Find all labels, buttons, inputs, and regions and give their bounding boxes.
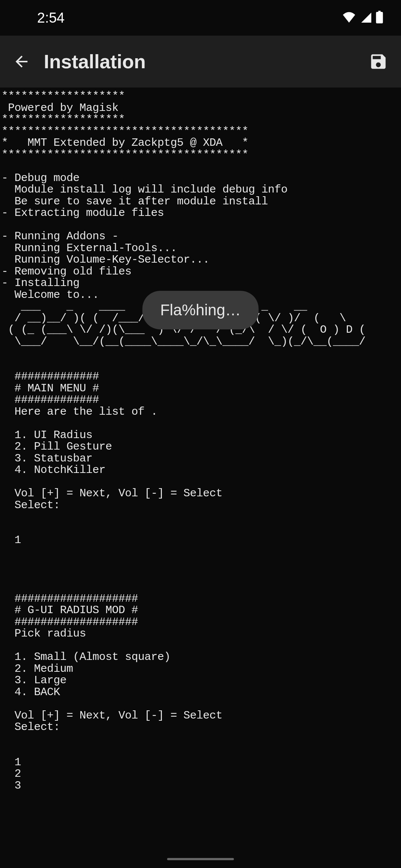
battery-icon xyxy=(376,11,383,25)
back-button[interactable] xyxy=(11,51,32,72)
status-time: 2:54 xyxy=(37,10,65,26)
toast-flashing: Fla%hing… xyxy=(142,291,258,329)
nav-bar xyxy=(0,850,401,868)
status-bar: 2:54 xyxy=(0,0,401,36)
save-button[interactable] xyxy=(367,50,390,73)
signal-icon xyxy=(360,11,371,24)
status-icons xyxy=(342,11,383,25)
terminal-output: ******************* Powered by Magisk **… xyxy=(0,88,401,795)
page-title: Installation xyxy=(44,50,355,73)
toast-text: Fla%hing… xyxy=(160,301,241,319)
nav-handle[interactable] xyxy=(167,858,234,860)
app-bar: Installation xyxy=(0,36,401,88)
wifi-icon xyxy=(342,11,356,24)
